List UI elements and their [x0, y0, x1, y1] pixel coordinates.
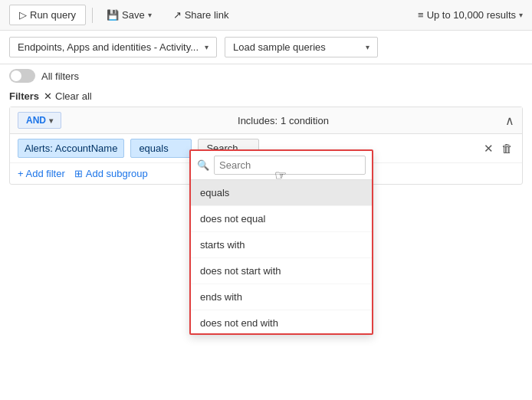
- filter-delete-button[interactable]: 🗑: [500, 140, 514, 156]
- play-icon: ▷: [19, 9, 27, 21]
- operator-search-input[interactable]: [214, 156, 366, 175]
- save-icon: 💾: [107, 9, 119, 21]
- includes-label: Includes: 1 condition: [238, 115, 329, 126]
- collapse-button[interactable]: ∧: [505, 113, 514, 128]
- run-query-button[interactable]: ▷ Run query: [9, 5, 86, 25]
- results-chevron-icon: ▾: [519, 11, 523, 19]
- operator-item-equals[interactable]: equals: [191, 180, 372, 206]
- save-button[interactable]: 💾 Save ▾: [99, 5, 159, 25]
- filter-clear-button[interactable]: ✕: [482, 140, 495, 157]
- and-operator-button[interactable]: AND ▾: [18, 112, 61, 129]
- results-label: ≡ Up to 10,000 results ▾: [418, 9, 523, 21]
- filters-title: Filters: [9, 90, 39, 102]
- operator-search-container: 🔍: [191, 151, 372, 180]
- dataset-chevron-icon: ▾: [205, 43, 209, 51]
- and-chevron-icon: ▾: [49, 116, 53, 125]
- dropdowns-row: Endpoints, Apps and identities - Activit…: [0, 31, 532, 64]
- share-icon: ↗: [173, 9, 182, 21]
- toolbar-divider: [92, 8, 93, 23]
- share-link-button[interactable]: ↗ Share link: [166, 5, 237, 25]
- operator-item-ends-with[interactable]: ends with: [191, 284, 372, 310]
- operator-item-does-not-equal[interactable]: does not equal: [191, 206, 372, 232]
- subgroup-icon: ⊞: [74, 168, 83, 179]
- filter-group-header: AND ▾ Includes: 1 condition ∧: [10, 107, 522, 134]
- toolbar: ▷ Run query 💾 Save ▾ ↗ Share link ≡ Up t…: [0, 0, 532, 31]
- all-filters-row: All filters: [0, 64, 532, 87]
- operator-list: equals does not equal starts with does n…: [191, 180, 372, 333]
- sample-queries-chevron-icon: ▾: [366, 43, 369, 51]
- save-chevron-icon: ▾: [148, 11, 152, 19]
- add-filter-button[interactable]: + Add filter: [18, 168, 65, 179]
- sample-queries-dropdown[interactable]: Load sample queries ▾: [225, 37, 378, 57]
- add-subgroup-button[interactable]: ⊞ Add subgroup: [74, 168, 148, 179]
- dataset-dropdown[interactable]: Endpoints, Apps and identities - Activit…: [9, 37, 217, 57]
- filters-header: Filters ✕ Clear all: [0, 87, 532, 107]
- search-icon: 🔍: [197, 159, 209, 171]
- operator-item-starts-with[interactable]: starts with: [191, 232, 372, 258]
- clear-all-button[interactable]: ✕ Clear all: [44, 90, 92, 102]
- all-filters-toggle[interactable]: [9, 69, 35, 83]
- operator-dropdown: 🔍 equals does not equal starts with does…: [189, 149, 373, 335]
- close-icon: ✕: [44, 90, 52, 102]
- filter-field[interactable]: Alerts: AccountName: [18, 139, 124, 158]
- operator-item-does-not-end-with[interactable]: does not end with: [191, 310, 372, 333]
- all-filters-label: All filters: [41, 70, 79, 82]
- filter-operator-button[interactable]: equals: [130, 139, 192, 158]
- filter-actions: ✕ 🗑: [482, 140, 514, 157]
- results-icon: ≡: [418, 9, 424, 21]
- operator-item-does-not-start-with[interactable]: does not start with: [191, 258, 372, 284]
